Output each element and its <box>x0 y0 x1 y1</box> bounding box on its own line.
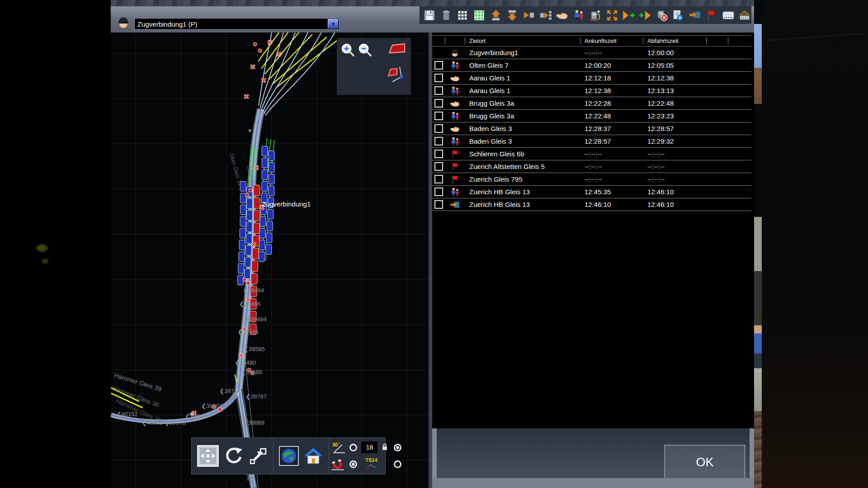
insert-before-button[interactable] <box>522 9 536 22</box>
flag-icon <box>450 174 460 184</box>
schedule-row[interactable]: Zuerich Altstetten Gleis 5 --:--:-- --:-… <box>432 160 751 173</box>
move-node-tool-button[interactable] <box>249 446 268 465</box>
move-up-button[interactable] <box>489 9 503 22</box>
row-abfahrtszeit: 12:28:57 <box>643 125 706 132</box>
row-ankunftszeit: 12:46:10 <box>580 201 643 208</box>
row-checkbox[interactable] <box>434 200 443 209</box>
couple-hand-button[interactable] <box>556 9 569 22</box>
column-checkbox <box>432 38 445 44</box>
pan-tool-button[interactable] <box>197 445 219 467</box>
dropdown-arrow-button[interactable]: ▼ <box>328 19 339 29</box>
zoom-out-button[interactable] <box>358 42 373 58</box>
track-number: ❮39686 <box>241 369 262 376</box>
schedule-row[interactable]: Zuerich HB Gleis 13 12:46:10 12:46:10 <box>432 198 751 211</box>
svg-text:°: ° <box>339 442 340 446</box>
portal-icon <box>450 200 460 210</box>
row-checkbox[interactable] <box>434 124 443 133</box>
bottom-platform-strip <box>432 478 754 488</box>
row-icon <box>445 149 465 159</box>
delete-button[interactable] <box>439 9 453 22</box>
depot-button[interactable] <box>738 9 751 22</box>
track-number: ❮39484 <box>243 287 264 294</box>
row-checkbox[interactable] <box>434 61 443 70</box>
row-checkbox[interactable] <box>434 137 443 145</box>
angle-snap-icon[interactable]: 30° <box>331 441 348 454</box>
column-ankunftszeit[interactable]: Ankunftszeit <box>580 38 643 44</box>
schedule-row[interactable]: Brugg Gleis 3a 12:22:48 12:23:23 <box>432 110 751 122</box>
mark-area-button[interactable] <box>387 42 406 55</box>
schedule-row[interactable]: Zuerich HB Gleis 13 12:45:35 12:46:10 <box>432 186 751 198</box>
platform-button[interactable] <box>722 9 735 22</box>
add-start-button[interactable] <box>622 9 635 22</box>
flag-button[interactable] <box>705 9 718 22</box>
lock-icon[interactable] <box>381 442 388 451</box>
schedule-table: Zielort Ankunftszeit Abfahrtszeit Zugver… <box>432 33 751 428</box>
row-checkbox[interactable] <box>434 162 443 171</box>
row-ankunftszeit: 12:22:28 <box>580 99 643 107</box>
flag-icon <box>450 149 460 159</box>
track-number: ❮39717 <box>219 388 241 395</box>
add-end-button[interactable] <box>638 9 652 22</box>
row-ankunftszeit: 12:28:57 <box>580 137 643 145</box>
row-ankunftszeit: 12:28:37 <box>580 125 643 132</box>
row-checkbox[interactable] <box>434 112 443 120</box>
magnet-snap-radio[interactable] <box>349 460 357 468</box>
grid-size-value[interactable]: 18 <box>361 441 377 453</box>
schedule-row[interactable]: Zuerich Gleis 795 --:--:-- --:--:-- <box>432 173 751 186</box>
schedule-row[interactable]: Olten Gleis 7 12:00:20 12:05:05 <box>432 59 751 72</box>
expand-button[interactable] <box>605 9 619 22</box>
insert-after-button[interactable] <box>539 9 552 22</box>
track-map[interactable]: Olten Gleis 11 Olten Gleis 10 Olten Glei… <box>111 33 429 488</box>
schedule-row[interactable]: Zugverbindung1 --:--:-- 12:00:00 <box>432 47 751 59</box>
row-zielort: Baden Gleis 3 <box>465 125 580 132</box>
scene-wall-lower <box>754 217 762 271</box>
rotate-tool-button[interactable] <box>223 446 244 466</box>
remove-vehicle-button[interactable] <box>655 9 669 22</box>
switch-marker-icon: ✳ <box>248 128 252 133</box>
home-view-button[interactable] <box>303 446 323 466</box>
row-icon <box>445 174 465 184</box>
refuel-button[interactable] <box>589 9 602 22</box>
row-checkbox[interactable] <box>434 74 443 82</box>
train-connection-select[interactable]: Zugverbindung1 (P) ▼ <box>134 18 340 30</box>
schedule-row[interactable]: Aarau Gleis 1 12:12:38 12:13:13 <box>432 84 751 97</box>
scene-platform <box>754 368 762 411</box>
move-down-button[interactable] <box>506 9 519 22</box>
row-zielort: Zuerich Altstetten Gleis 5 <box>465 163 580 170</box>
passengers-button[interactable] <box>572 9 585 22</box>
station-roof-shadow <box>762 0 868 488</box>
schedule-row[interactable]: Brugg Gleis 3a 12:22:28 12:22:48 <box>432 97 751 110</box>
scene-ballast <box>754 411 762 488</box>
row-checkbox[interactable] <box>434 86 443 95</box>
portal-button[interactable] <box>688 9 702 22</box>
globe-view-button[interactable] <box>279 446 299 466</box>
schedule-row[interactable]: Schlieren Gleis 6b --:--:-- --:--:-- <box>432 148 751 160</box>
mark-angle-button[interactable] <box>386 65 407 85</box>
row-abfahrtszeit: 12:46:10 <box>643 188 706 196</box>
magnet-snap-icon[interactable] <box>330 459 345 471</box>
column-zielort[interactable]: Zielort <box>465 38 580 44</box>
scene-people <box>754 325 762 368</box>
row-abfahrtszeit: 12:29:32 <box>643 137 706 145</box>
schedule-row[interactable]: Baden Gleis 3 12:28:37 12:28:57 <box>432 122 751 135</box>
passengers-icon <box>450 111 460 121</box>
schedule-row[interactable]: Baden Gleis 3 12:28:57 12:29:32 <box>432 135 751 148</box>
schedule-row[interactable]: Aarau Gleis 1 12:12:18 12:12:38 <box>432 72 751 84</box>
angle-snap-radio[interactable] <box>349 444 357 451</box>
zoom-in-button[interactable] <box>340 42 356 58</box>
row-checkbox[interactable] <box>434 150 443 158</box>
row-checkbox[interactable] <box>434 99 443 108</box>
row-checkbox[interactable] <box>434 175 443 183</box>
track-number: ❮39891 <box>185 413 206 420</box>
row-icon <box>445 136 465 146</box>
row-checkbox[interactable] <box>434 188 443 196</box>
grid-active-button[interactable] <box>472 9 486 22</box>
grid-button[interactable] <box>456 9 469 22</box>
ts-marker[interactable]: TS14 <box>362 458 380 470</box>
properties-button[interactable] <box>672 9 685 22</box>
row-ankunftszeit: 12:12:18 <box>580 74 643 82</box>
column-abfahrtszeit[interactable]: Abfahrtszeit <box>643 38 706 44</box>
scene-dark-band <box>754 271 762 325</box>
ok-button[interactable]: OK <box>665 445 745 479</box>
save-button[interactable] <box>423 9 436 22</box>
